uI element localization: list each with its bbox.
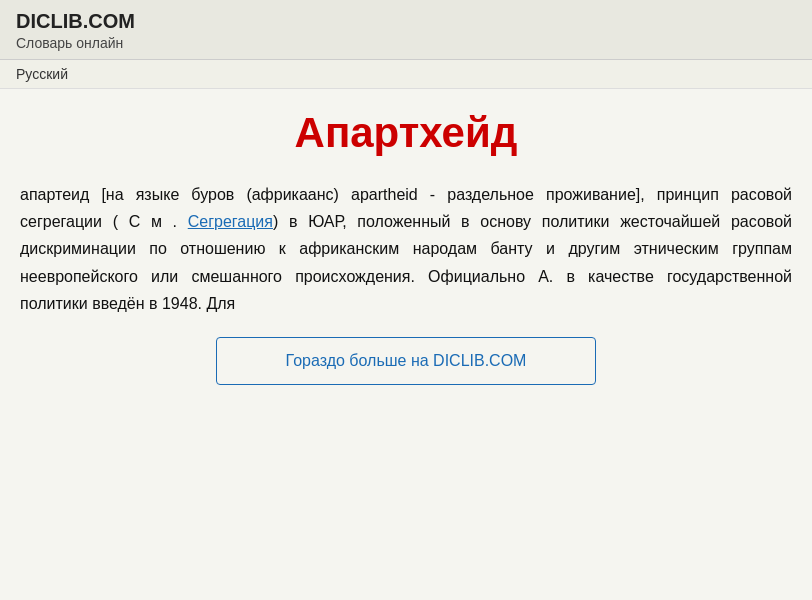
word-title: Апартхейд — [20, 109, 792, 157]
site-subtitle: Словарь онлайн — [16, 35, 796, 51]
apartheid-word: apartheid — [351, 186, 418, 203]
language-label: Русский — [16, 66, 68, 82]
site-title[interactable]: DICLIB.COM — [16, 10, 796, 33]
more-button-label[interactable]: Гораздо больше на DICLIB.COM — [286, 352, 527, 369]
more-button-container[interactable]: Гораздо больше на DICLIB.COM — [216, 337, 596, 385]
segregation-link[interactable]: Сегрегация — [188, 213, 273, 230]
definition-text: апартеид [на языке буров (африкаанс) apa… — [20, 181, 792, 317]
main-content: Апартхейд апартеид [на языке буров (афри… — [0, 89, 812, 405]
site-header: DICLIB.COM Словарь онлайн — [0, 0, 812, 60]
language-bar: Русский — [0, 60, 812, 89]
